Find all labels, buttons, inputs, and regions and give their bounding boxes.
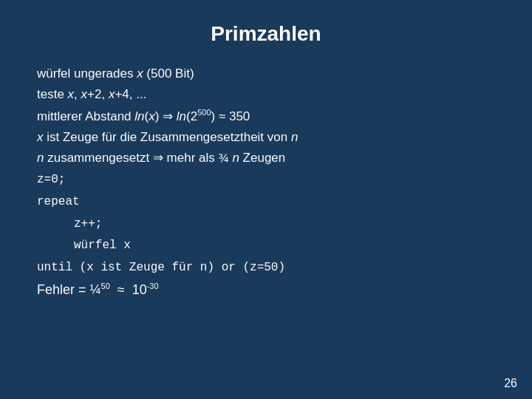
- line-4: x ist Zeuge für die Zusammengesetztheit …: [37, 128, 495, 147]
- line-3: mittlerer Abstand ln(x) ⇒ ln(2500) ≈ 350: [37, 106, 495, 126]
- slide-title: Primzahlen: [37, 22, 495, 46]
- line-1: würfel ungerades x (500 Bit): [37, 64, 495, 83]
- code-line-4: würfel x: [37, 236, 495, 256]
- line-fehler: Fehler = ¼50 ≈ 10-30: [37, 280, 495, 301]
- code-line-1: z=0;: [37, 171, 495, 190]
- page-number: 26: [504, 377, 517, 390]
- code-line-3: z++;: [37, 215, 495, 234]
- line-5: n zusammengesetzt ⇒ mehr als ¾ n Zeugen: [37, 149, 495, 168]
- slide-content: würfel ungerades x (500 Bit) teste x, x+…: [37, 64, 495, 302]
- slide-container: Primzahlen würfel ungerades x (500 Bit) …: [0, 0, 532, 399]
- code-line-5: until (x ist Zeuge für n) or (z=50): [37, 259, 495, 278]
- code-line-2: repeat: [37, 193, 495, 212]
- line-2: teste x, x+2, x+4, ...: [37, 85, 495, 104]
